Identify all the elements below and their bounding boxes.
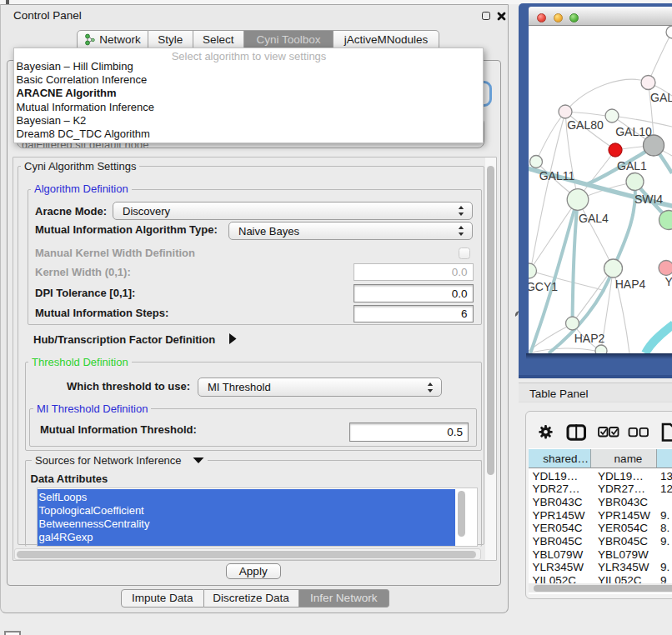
svg-text:GAL80: GAL80 [567, 118, 604, 132]
svg-text:HAP4: HAP4 [615, 278, 646, 291]
svg-text:GAL2: GAL2 [650, 91, 672, 104]
svg-text:GAL1: GAL1 [617, 159, 647, 172]
svg-text:GAL10: GAL10 [615, 125, 652, 138]
svg-text:GCY1: GCY1 [529, 280, 558, 293]
svg-text:SWI4: SWI4 [634, 192, 663, 206]
svg-text:HAP2: HAP2 [574, 332, 605, 345]
svg-text:Y: Y [665, 275, 672, 288]
svg-text:GAL11: GAL11 [539, 169, 575, 182]
svg-text:GAL4: GAL4 [579, 212, 609, 225]
